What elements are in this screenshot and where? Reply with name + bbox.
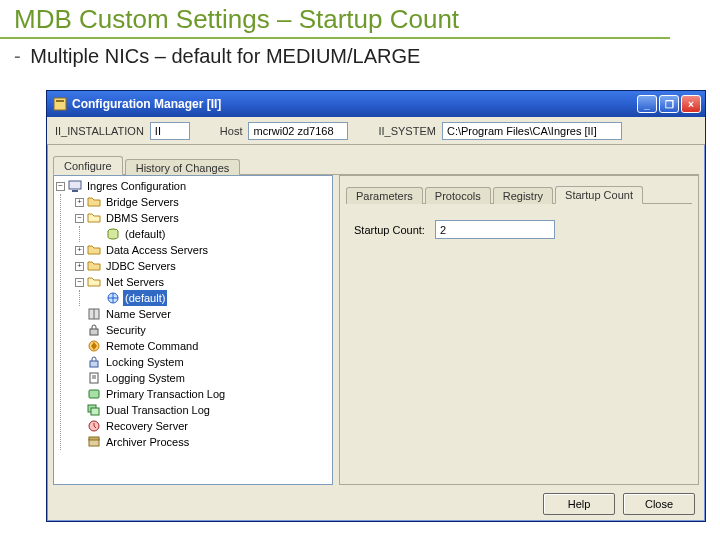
tab-protocols[interactable]: Protocols [425,187,491,204]
book-icon [87,307,101,321]
label-installation: II_INSTALLATION [55,125,144,137]
spacer-icon [75,310,84,319]
tab-parameters[interactable]: Parameters [346,187,423,204]
tree-label: Dual Transaction Log [104,402,212,418]
close-window-button[interactable]: × [681,95,701,113]
spacer-icon [75,374,84,383]
tree-label: Primary Transaction Log [104,386,227,402]
tree-node-net-default[interactable]: (default) [94,290,330,306]
collapse-icon[interactable]: − [56,182,65,191]
net-icon [106,291,120,305]
tree-node-remote-command[interactable]: Remote Command [75,338,330,354]
startup-form: Startup Count: [340,204,698,255]
value-installation: II [150,122,190,140]
tree-node-dbms-default[interactable]: (default) [94,226,330,242]
tree-node-primary-log[interactable]: Primary Transaction Log [75,386,330,402]
app-icon [53,97,67,111]
tree-label: JDBC Servers [104,258,178,274]
svg-rect-16 [91,408,99,415]
close-button[interactable]: Close [623,493,695,515]
tree-node-logging[interactable]: Logging System [75,370,330,386]
window-title: Configuration Manager [II] [72,97,637,111]
recovery-icon [87,419,101,433]
spacer-icon [75,326,84,335]
svg-rect-19 [89,437,99,440]
tree-label: Data Access Servers [104,242,210,258]
svg-rect-8 [90,329,98,335]
svg-rect-3 [72,190,78,192]
computer-icon [68,179,82,193]
restore-button[interactable]: ❐ [659,95,679,113]
detail-tabstrip: Parameters Protocols Registry Startup Co… [346,182,692,204]
tree-label: Net Servers [104,274,166,290]
startup-count-input[interactable] [435,220,555,239]
tree-node-bridge[interactable]: + Bridge Servers [75,194,330,210]
value-host: mcrwi02 zd7168 [248,122,348,140]
tree-node-locking[interactable]: Locking System [75,354,330,370]
info-toolbar: II_INSTALLATION II Host mcrwi02 zd7168 I… [47,117,705,145]
tree-label: Archiver Process [104,434,191,450]
folder-icon [87,243,101,257]
disk-icon [87,387,101,401]
tree-label: Remote Command [104,338,200,354]
tree-node-root[interactable]: − Ingres Configuration [56,178,330,194]
button-bar: Help Close [543,493,695,515]
tab-history[interactable]: History of Changes [125,159,241,176]
slide-title: MDB Custom Settings – Startup Count [0,0,670,39]
spacer-icon [94,294,103,303]
svg-rect-2 [69,181,81,189]
slide-subtitle: - Multiple NICs – default for MEDIUM/LAR… [0,39,720,74]
spacer-icon [75,390,84,399]
tree-node-dual-log[interactable]: Dual Transaction Log [75,402,330,418]
bullet-dash: - [14,45,21,67]
tab-startup-count[interactable]: Startup Count [555,186,643,204]
label-host: Host [220,125,243,137]
tree-node-archiver[interactable]: Archiver Process [75,434,330,450]
collapse-icon[interactable]: − [75,278,84,287]
tree-label: (default) [123,226,167,242]
expand-icon[interactable]: + [75,246,84,255]
help-button[interactable]: Help [543,493,615,515]
minimize-button[interactable]: _ [637,95,657,113]
spacer-icon [75,342,84,351]
svg-rect-0 [54,98,66,110]
spacer-icon [94,230,103,239]
folder-icon [87,259,101,273]
tree-node-dbms[interactable]: − DBMS Servers [75,210,330,226]
folder-open-icon [87,211,101,225]
slide-subtitle-text: Multiple NICs – default for MEDIUM/LARGE [30,45,420,67]
tree-node-security[interactable]: Security [75,322,330,338]
config-tree[interactable]: − Ingres Configuration + Bridge Servers … [53,175,333,485]
label-startup-count: Startup Count: [354,224,425,236]
svg-rect-14 [89,390,99,398]
expand-icon[interactable]: + [75,262,84,271]
main-tabstrip: Configure History of Changes [53,151,699,175]
tree-label: DBMS Servers [104,210,181,226]
database-icon [106,227,120,241]
tree-node-jdbc[interactable]: + JDBC Servers [75,258,330,274]
tab-registry[interactable]: Registry [493,187,553,204]
tree-label-selected: (default) [123,290,167,306]
spacer-icon [75,438,84,447]
padlock-icon [87,355,101,369]
titlebar[interactable]: Configuration Manager [II] _ ❐ × [47,91,705,117]
value-system: C:\Program Files\CA\Ingres [II] [442,122,622,140]
tree-label: Logging System [104,370,187,386]
disk2-icon [87,403,101,417]
folder-open-icon [87,275,101,289]
panel-row: − Ingres Configuration + Bridge Servers … [53,175,699,485]
expand-icon[interactable]: + [75,198,84,207]
tree-label: Locking System [104,354,186,370]
archive-icon [87,435,101,449]
tab-configure[interactable]: Configure [53,156,123,175]
tree-node-net[interactable]: − Net Servers [75,274,330,290]
tree-node-name-server[interactable]: Name Server [75,306,330,322]
label-system: II_SYSTEM [378,125,435,137]
folder-icon [87,195,101,209]
tree-label: Name Server [104,306,173,322]
tree-node-recovery[interactable]: Recovery Server [75,418,330,434]
window-buttons: _ ❐ × [637,95,701,113]
collapse-icon[interactable]: − [75,214,84,223]
svg-rect-10 [90,361,98,367]
tree-node-data-access[interactable]: + Data Access Servers [75,242,330,258]
